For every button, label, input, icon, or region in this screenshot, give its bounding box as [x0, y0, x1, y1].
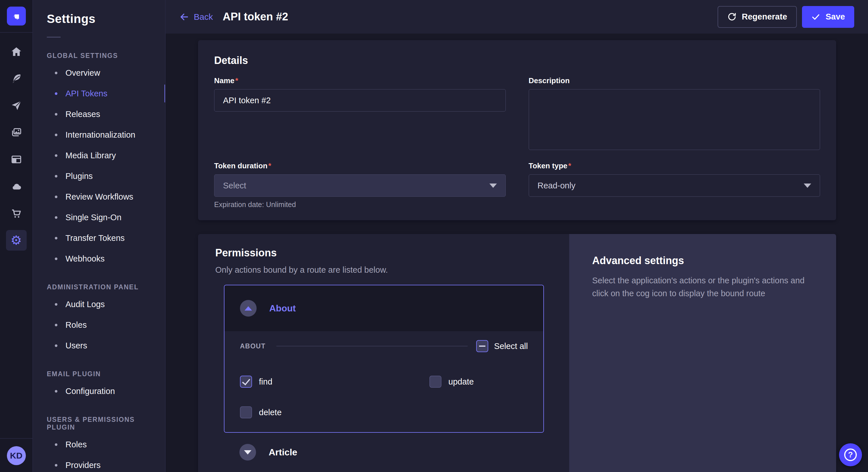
chevron-down-icon: [244, 450, 251, 454]
about-group-row: ABOUT Select all: [240, 340, 528, 352]
token-type-field: Token type* Read-only: [529, 162, 820, 209]
section-email-plugin: EMAIL PLUGIN Configuration: [33, 370, 165, 401]
sidebar-item-webhooks[interactable]: Webhooks: [33, 248, 165, 269]
sidebar-item-internationalization[interactable]: Internationalization: [33, 125, 165, 145]
main-area: Back API token #2 Regenerate Save Detail…: [166, 0, 868, 472]
sidebar-item-releases[interactable]: Releases: [33, 104, 165, 125]
delete-checkbox[interactable]: [240, 406, 252, 418]
about-group-label: ABOUT: [240, 342, 266, 350]
name-label: Name*: [214, 76, 506, 85]
accordion-about-header[interactable]: About: [224, 285, 544, 331]
cart-icon[interactable]: [6, 203, 27, 224]
expiration-hint: Expiration date: Unlimited: [214, 200, 506, 209]
name-input[interactable]: [214, 89, 506, 111]
page-title: API token #2: [223, 11, 288, 23]
icon-rail: ⚙ KD: [0, 0, 33, 472]
sidebar-item-media-library[interactable]: Media Library: [33, 145, 165, 166]
chevron-down-icon: [804, 183, 811, 188]
home-icon[interactable]: [6, 41, 27, 62]
feather-icon[interactable]: [6, 68, 27, 89]
details-form: Name* Description Token duration* Select…: [214, 76, 820, 209]
strapi-logo[interactable]: [7, 7, 26, 26]
rail-icon-list: ⚙: [6, 41, 27, 250]
page-content: Details Name* Description Token duration…: [166, 34, 868, 472]
section-users-permissions-plugin: USERS & PERMISSIONS PLUGIN Roles Provide…: [33, 416, 165, 472]
sidebar-item-configuration[interactable]: Configuration: [33, 381, 165, 401]
collapse-button[interactable]: [240, 300, 257, 316]
advanced-settings-panel: Advanced settings Select the application…: [569, 234, 836, 472]
section-label: USERS & PERMISSIONS PLUGIN: [47, 416, 165, 431]
delete-label: delete: [259, 408, 282, 417]
cloud-icon[interactable]: [6, 176, 27, 197]
required-asterisk: *: [568, 162, 571, 170]
save-button[interactable]: Save: [802, 6, 854, 28]
sidebar-item-audit-logs[interactable]: Audit Logs: [33, 294, 165, 314]
sidebar-item-transfer-tokens[interactable]: Transfer Tokens: [33, 228, 165, 248]
advanced-settings-description: Select the application's actions or the …: [592, 274, 813, 300]
sidebar-item-single-sign-on[interactable]: Single Sign-On: [33, 207, 165, 228]
back-button[interactable]: Back: [179, 12, 213, 22]
token-type-label: Token type*: [529, 162, 820, 170]
save-label: Save: [826, 12, 845, 22]
advanced-settings-title: Advanced settings: [592, 255, 813, 267]
description-label: Description: [529, 76, 820, 85]
accordion-article-header[interactable]: Article: [239, 444, 569, 461]
media-icon[interactable]: [6, 122, 27, 143]
details-title: Details: [214, 55, 820, 67]
section-global-settings: GLOBAL SETTINGS Overview API Tokens Rele…: [33, 52, 165, 269]
accordion-article-title: Article: [269, 447, 298, 458]
accordion-about: About ABOUT Select all find: [224, 285, 544, 433]
layout-icon[interactable]: [6, 149, 27, 170]
sidebar-item-review-workflows[interactable]: Review Workflows: [33, 187, 165, 207]
strapi-logo-glyph: [11, 10, 22, 22]
token-type-select[interactable]: Read-only: [529, 174, 820, 197]
description-textarea[interactable]: [529, 89, 820, 150]
question-circle-icon: ?: [844, 448, 857, 461]
section-label: EMAIL PLUGIN: [47, 370, 165, 378]
check-icon: [811, 12, 820, 22]
header-actions: Regenerate Save: [718, 6, 854, 28]
select-all-checkbox[interactable]: [476, 340, 488, 352]
permissions-card: Permissions Only actions bound by a rout…: [198, 234, 836, 472]
help-button[interactable]: ?: [839, 443, 862, 466]
sidebar-item-up-roles[interactable]: Roles: [33, 434, 165, 455]
subnav-title: Settings: [47, 12, 165, 26]
back-label: Back: [194, 12, 213, 22]
sidebar-item-overview[interactable]: Overview: [33, 63, 165, 83]
actions-grid: find update delete: [240, 376, 528, 418]
find-label: find: [259, 377, 272, 386]
page-header: Back API token #2 Regenerate Save: [166, 0, 868, 34]
subnav-divider: [47, 37, 61, 38]
sidebar-item-users[interactable]: Users: [33, 335, 165, 356]
token-duration-value: Select: [223, 181, 246, 191]
token-duration-field: Token duration* Select Expiration date: …: [214, 162, 506, 209]
avatar[interactable]: KD: [7, 446, 26, 465]
action-find: find: [240, 376, 429, 388]
permissions-subtitle: Only actions bound by a route are listed…: [215, 265, 569, 275]
send-icon[interactable]: [6, 95, 27, 116]
gear-glyph: ⚙: [11, 234, 22, 247]
chevron-down-icon: [489, 183, 497, 188]
chevron-up-icon: [245, 306, 252, 310]
refresh-icon: [727, 12, 737, 22]
action-delete: delete: [240, 406, 429, 418]
accordion-about-title: About: [269, 303, 296, 314]
select-all-label: Select all: [494, 341, 528, 351]
token-duration-select[interactable]: Select: [214, 174, 506, 197]
accordion-about-body: ABOUT Select all find: [224, 331, 544, 432]
action-update: update: [429, 376, 544, 388]
find-checkbox[interactable]: [240, 376, 252, 388]
settings-subnav: Settings GLOBAL SETTINGS Overview API To…: [33, 0, 166, 472]
regenerate-button[interactable]: Regenerate: [718, 6, 797, 28]
sidebar-item-plugins[interactable]: Plugins: [33, 166, 165, 187]
sidebar-item-admin-roles[interactable]: Roles: [33, 314, 165, 335]
name-field: Name*: [214, 76, 506, 151]
sidebar-item-providers[interactable]: Providers: [33, 455, 165, 472]
settings-icon[interactable]: ⚙: [6, 230, 27, 250]
expand-button[interactable]: [239, 444, 256, 461]
required-asterisk: *: [236, 76, 238, 85]
update-label: update: [448, 377, 474, 386]
group-divider: [276, 346, 468, 346]
sidebar-item-api-tokens[interactable]: API Tokens: [33, 83, 165, 104]
update-checkbox[interactable]: [429, 376, 441, 388]
